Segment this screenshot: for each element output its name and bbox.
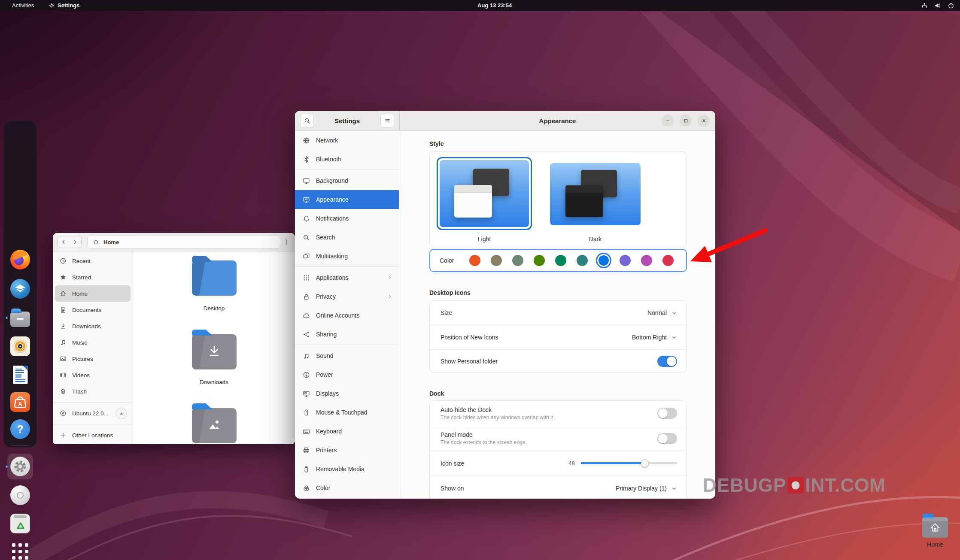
sidebar-item-sharing[interactable]: Sharing	[295, 325, 399, 344]
network-icon[interactable]	[921, 2, 928, 9]
sidebar-item-removable-media[interactable]: Removable Media	[295, 460, 399, 478]
folder-icon	[192, 260, 237, 296]
desktop-icons-card: SizeNormalPosition of New IconsBottom Ri…	[429, 300, 687, 373]
activities-button[interactable]: Activities	[9, 0, 36, 11]
accent-swatch-9[interactable]	[662, 255, 674, 266]
slider-knob[interactable]	[641, 459, 649, 467]
accent-swatch-6[interactable]	[598, 255, 609, 266]
accent-swatch-4[interactable]	[555, 255, 566, 266]
sidebar-item-online-accounts[interactable]: Online Accounts	[295, 306, 399, 325]
files-headerbar: Home	[53, 233, 295, 251]
dock-item-trash-icon[interactable]	[9, 512, 32, 535]
folder-item-desktop[interactable]: Desktop	[192, 256, 237, 312]
dock-item-rhythmbox-icon[interactable]	[9, 335, 32, 358]
system-tray[interactable]	[921, 0, 954, 11]
files-sidebar-item-home[interactable]: Home	[55, 285, 131, 302]
dock-item-settings-icon[interactable]	[9, 455, 32, 478]
sidebar-item-background[interactable]: Background	[295, 171, 399, 190]
accent-swatch-2[interactable]	[512, 255, 523, 266]
files-sidebar-item-pictures[interactable]: Pictures	[55, 351, 131, 367]
dock-item-ubuntu-software-icon[interactable]: A	[9, 390, 32, 414]
accent-swatch-8[interactable]	[641, 255, 652, 266]
icon-size-slider[interactable]	[581, 462, 677, 464]
files-sidebar-item-music[interactable]: Music	[55, 334, 131, 351]
files-sidebar-item-documents[interactable]: Documents	[55, 302, 131, 318]
path-bar[interactable]: Home	[87, 236, 281, 248]
home-icon	[60, 290, 67, 297]
sidebar-item-label: Recent	[72, 258, 91, 264]
clock[interactable]: Aug 13 23:54	[477, 0, 512, 11]
dock-item-files-icon[interactable]	[9, 306, 32, 329]
dropdown-value[interactable]: Bottom Right	[632, 334, 667, 341]
sidebar-item-label: Appearance	[316, 196, 349, 203]
sidebar-item-power[interactable]: Power	[295, 365, 399, 384]
sidebar-item-keyboard[interactable]: Keyboard	[295, 422, 399, 441]
toggle-switch[interactable]	[657, 356, 677, 367]
folder-item-downloads[interactable]: Downloads	[192, 330, 237, 385]
chevron-down-icon[interactable]	[671, 334, 677, 340]
sidebar-item-network[interactable]: Network	[295, 131, 399, 150]
accent-swatch-5[interactable]	[577, 255, 588, 266]
settings-row-show-personal-folder: Show Personal folder	[430, 349, 687, 373]
sidebar-item-displays[interactable]: Displays	[295, 384, 399, 403]
sidebar-item-bluetooth[interactable]: Bluetooth	[295, 150, 399, 169]
sidebar-item-mouse-touchpad[interactable]: Mouse & Touchpad	[295, 403, 399, 422]
sidebar-item-color[interactable]: Color	[295, 478, 399, 497]
dropdown-value[interactable]: Primary Display (1)	[616, 485, 667, 492]
sidebar-item-multitasking[interactable]: Multitasking	[295, 247, 399, 266]
download-emblem-icon	[192, 334, 237, 369]
minimize-button[interactable]	[662, 115, 674, 127]
files-sidebar-item-videos[interactable]: Videos	[55, 367, 131, 383]
sidebar-item-appearance[interactable]: Appearance	[295, 190, 399, 209]
dock-item-app-grid-icon[interactable]	[9, 540, 32, 560]
menu-kebab-button[interactable]	[280, 236, 292, 248]
dock-item-disc-icon[interactable]	[9, 484, 32, 507]
toggle-switch[interactable]	[657, 408, 677, 419]
folder-item-clipped[interactable]	[192, 403, 237, 443]
back-button[interactable]	[57, 236, 70, 248]
files-sidebar-item-other-locations[interactable]: Other Locations	[55, 427, 131, 443]
volume-icon[interactable]	[934, 2, 941, 9]
close-button[interactable]	[698, 115, 710, 127]
dock-item-firefox-icon[interactable]	[9, 248, 32, 271]
chevron-down-icon[interactable]	[671, 310, 677, 316]
plus-icon	[60, 432, 67, 439]
sidebar-item-printers[interactable]: Printers	[295, 441, 399, 460]
accent-swatch-3[interactable]	[534, 255, 545, 266]
sidebar-item-privacy[interactable]: Privacy	[295, 287, 399, 306]
sidebar-item-search[interactable]: Search	[295, 228, 399, 247]
files-sidebar-item-downloads[interactable]: Downloads	[55, 318, 131, 334]
eject-button[interactable]	[115, 408, 127, 419]
style-option-light[interactable]	[437, 157, 532, 230]
focused-app-menu[interactable]: Settings	[49, 0, 79, 11]
chevron-down-icon[interactable]	[671, 485, 677, 491]
files-sidebar-item-trash[interactable]: Trash	[55, 383, 131, 400]
dock-item-help-icon[interactable]: ?	[9, 418, 32, 441]
sidebar-item-sound[interactable]: Sound	[295, 346, 399, 365]
accent-swatch-0[interactable]	[469, 255, 480, 266]
sidebar-item-label: Network	[316, 137, 338, 144]
files-sidebar-item-recent[interactable]: Recent	[55, 253, 131, 269]
top-bar: Activities Settings Aug 13 23:54	[0, 0, 960, 11]
dock-item-thunderbird-icon[interactable]	[9, 277, 32, 300]
dock-item-libreoffice-writer-icon[interactable]	[9, 363, 32, 386]
files-sidebar-item-ubuntu-22-0[interactable]: Ubuntu 22.0...	[55, 405, 131, 421]
dropdown-value[interactable]: Normal	[647, 309, 667, 316]
sidebar-item-applications[interactable]: Applications	[295, 268, 399, 287]
sidebar-item-label: Displays	[316, 390, 339, 397]
hamburger-menu-button[interactable]	[380, 114, 394, 127]
accent-swatch-1[interactable]	[491, 255, 502, 266]
power-icon	[303, 371, 310, 378]
maximize-button[interactable]	[680, 115, 692, 127]
desktop-home-icon[interactable]: Home	[919, 513, 951, 548]
files-sidebar-item-starred[interactable]: Starred	[55, 269, 131, 285]
sidebar-separator	[295, 170, 399, 170]
sidebar-item-notifications[interactable]: Notifications	[295, 209, 399, 228]
power-icon[interactable]	[948, 2, 954, 9]
accent-swatch-7[interactable]	[620, 255, 631, 266]
search-button[interactable]	[300, 114, 314, 127]
bluetooth-icon	[303, 156, 310, 163]
toggle-switch[interactable]	[657, 433, 677, 444]
forward-button[interactable]	[69, 236, 82, 248]
style-option-dark[interactable]	[550, 163, 641, 225]
